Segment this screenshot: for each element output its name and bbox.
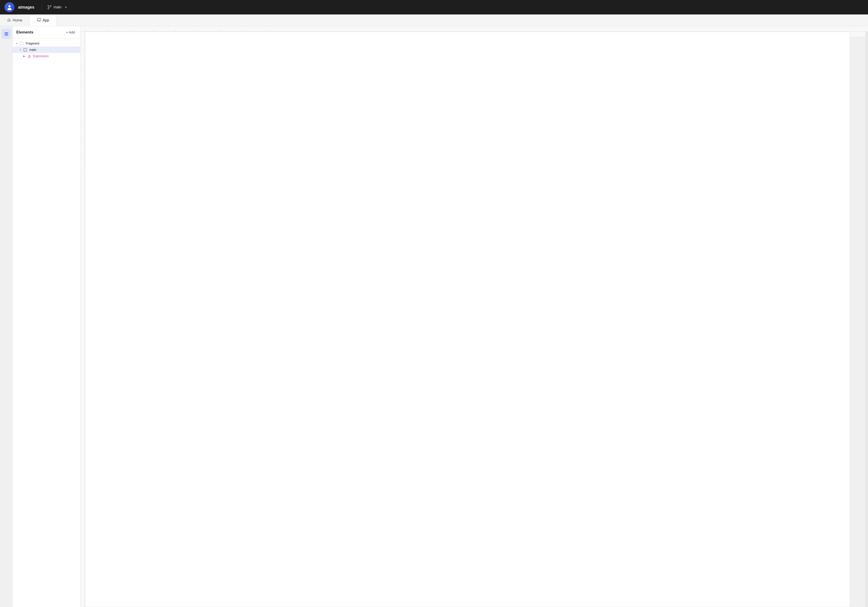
canvas-content — [85, 32, 850, 607]
tab-app-label: App — [43, 18, 49, 22]
tab-bar: Home App — [0, 14, 868, 26]
icon-strip — [0, 26, 12, 607]
ruler-vertical — [81, 32, 85, 607]
branch-icon — [47, 5, 52, 9]
home-icon — [7, 18, 11, 23]
tree-item-fragment[interactable]: ▾ Fragment — [12, 40, 80, 47]
svg-rect-6 — [37, 18, 41, 21]
elements-header: Elements + Add — [12, 26, 80, 39]
monitor-icon — [37, 18, 41, 23]
expr-icon: {} — [27, 54, 32, 58]
layers-button[interactable] — [2, 29, 11, 39]
fragment-label: Fragment — [26, 42, 39, 45]
top-bar: aimages main ▾ — [0, 0, 868, 14]
elements-tree: ▾ Fragment ▾ main ▶ — [12, 39, 80, 607]
main-box-icon — [23, 48, 28, 51]
svg-rect-13 — [24, 48, 27, 51]
tree-item-main[interactable]: ▾ main — [12, 47, 80, 53]
branch-name: main — [54, 5, 62, 9]
fragment-chevron: ▾ — [16, 42, 19, 45]
svg-point-4 — [48, 8, 49, 9]
app-logo[interactable] — [5, 2, 14, 12]
tab-app[interactable]: App — [30, 14, 56, 26]
scrollbar-vertical[interactable] — [865, 32, 868, 607]
add-button[interactable]: + Add — [64, 29, 77, 35]
app-name: aimages — [18, 5, 34, 10]
expr-label: Expression — [33, 54, 49, 58]
svg-rect-12 — [20, 42, 23, 45]
branch-selector[interactable]: main ▾ — [47, 5, 67, 9]
expr-chevron: ▶ — [23, 55, 26, 57]
svg-rect-11 — [5, 35, 8, 36]
tab-home-label: Home — [12, 18, 22, 22]
fragment-icon — [20, 42, 25, 45]
branch-chevron-icon: ▾ — [65, 5, 67, 9]
canvas-area: ← App Board › — [81, 26, 868, 607]
main-label: main — [29, 48, 36, 51]
elements-title: Elements — [16, 30, 33, 34]
main-chevron: ▾ — [19, 48, 22, 51]
elements-panel: Elements + Add ▾ Fragment ▾ — [12, 26, 81, 607]
svg-point-2 — [48, 5, 49, 6]
divider — [42, 4, 42, 11]
svg-point-1 — [8, 8, 11, 10]
svg-point-3 — [50, 5, 51, 6]
svg-point-0 — [8, 5, 11, 8]
svg-rect-10 — [5, 34, 8, 34]
tab-home[interactable]: Home — [0, 14, 30, 26]
svg-rect-9 — [5, 32, 8, 33]
ruler-horizontal — [81, 26, 868, 32]
main-area: Elements + Add ▾ Fragment ▾ — [0, 26, 868, 607]
tree-item-expression[interactable]: ▶ {} Expression — [12, 53, 80, 59]
